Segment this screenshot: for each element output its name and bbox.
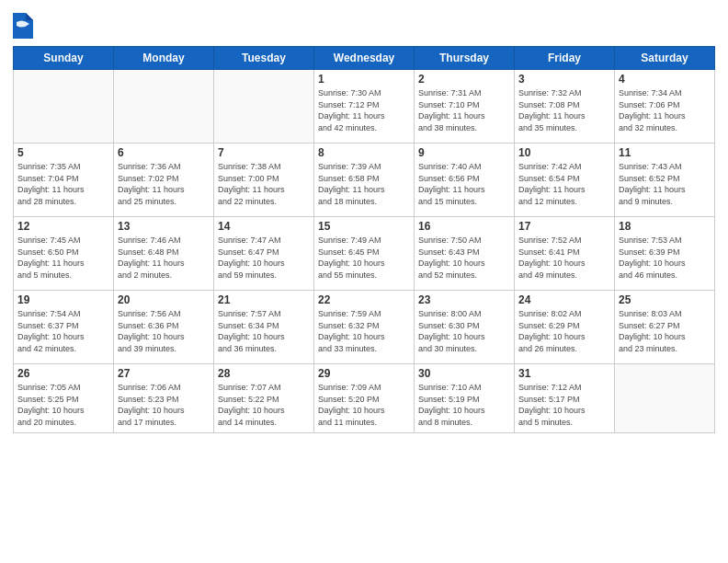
calendar-cell: 7Sunrise: 7:38 AM Sunset: 7:00 PM Daylig… [214,144,314,217]
day-number: 8 [318,146,410,159]
day-number: 24 [518,293,610,306]
calendar-header-wednesday: Wednesday [314,47,415,70]
day-number: 1 [318,73,410,86]
day-info: Sunrise: 7:47 AM Sunset: 6:47 PM Dayligh… [218,235,310,281]
day-info: Sunrise: 7:05 AM Sunset: 5:25 PM Dayligh… [17,382,109,428]
day-number: 19 [17,293,109,306]
calendar-cell: 19Sunrise: 7:54 AM Sunset: 6:37 PM Dayli… [14,291,114,364]
day-info: Sunrise: 7:40 AM Sunset: 6:56 PM Dayligh… [418,161,510,207]
day-number: 7 [218,146,310,159]
day-info: Sunrise: 7:07 AM Sunset: 5:22 PM Dayligh… [218,382,310,428]
calendar-cell: 27Sunrise: 7:06 AM Sunset: 5:23 PM Dayli… [114,364,214,433]
calendar-cell [214,70,314,144]
calendar-table: SundayMondayTuesdayWednesdayThursdayFrid… [13,46,715,433]
day-info: Sunrise: 7:57 AM Sunset: 6:34 PM Dayligh… [218,308,310,354]
day-info: Sunrise: 7:39 AM Sunset: 6:58 PM Dayligh… [318,161,410,207]
logo [13,13,35,39]
calendar-cell: 23Sunrise: 8:00 AM Sunset: 6:30 PM Dayli… [415,291,515,364]
calendar-cell: 16Sunrise: 7:50 AM Sunset: 6:43 PM Dayli… [415,217,515,291]
calendar-cell: 11Sunrise: 7:43 AM Sunset: 6:52 PM Dayli… [615,144,715,217]
calendar-cell: 21Sunrise: 7:57 AM Sunset: 6:34 PM Dayli… [214,291,314,364]
day-info: Sunrise: 7:12 AM Sunset: 5:17 PM Dayligh… [518,382,610,428]
calendar-cell: 10Sunrise: 7:42 AM Sunset: 6:54 PM Dayli… [515,144,615,217]
calendar-header-tuesday: Tuesday [214,47,314,70]
day-info: Sunrise: 7:31 AM Sunset: 7:10 PM Dayligh… [418,87,510,133]
day-number: 28 [218,367,310,380]
day-number: 12 [17,220,109,233]
calendar-header-sunday: Sunday [14,47,114,70]
day-info: Sunrise: 7:36 AM Sunset: 7:02 PM Dayligh… [118,161,210,207]
day-info: Sunrise: 7:38 AM Sunset: 7:00 PM Dayligh… [218,161,310,207]
day-number: 20 [118,293,210,306]
day-number: 11 [619,146,711,159]
day-info: Sunrise: 7:43 AM Sunset: 6:52 PM Dayligh… [619,161,711,207]
day-number: 22 [318,293,410,306]
calendar-header-friday: Friday [515,47,615,70]
day-number: 26 [17,367,109,380]
calendar-week-row-4: 26Sunrise: 7:05 AM Sunset: 5:25 PM Dayli… [14,364,715,433]
day-number: 2 [418,73,510,86]
calendar-cell: 26Sunrise: 7:05 AM Sunset: 5:25 PM Dayli… [14,364,114,433]
calendar-cell: 8Sunrise: 7:39 AM Sunset: 6:58 PM Daylig… [314,144,415,217]
calendar-header-row: SundayMondayTuesdayWednesdayThursdayFrid… [14,47,715,70]
calendar-cell [14,70,114,144]
day-number: 18 [619,220,711,233]
calendar-header-saturday: Saturday [615,47,715,70]
day-info: Sunrise: 7:59 AM Sunset: 6:32 PM Dayligh… [318,308,410,354]
day-number: 10 [518,146,610,159]
day-number: 27 [118,367,210,380]
page: SundayMondayTuesdayWednesdayThursdayFrid… [0,0,728,563]
calendar-cell: 30Sunrise: 7:10 AM Sunset: 5:19 PM Dayli… [415,364,515,433]
calendar-cell: 25Sunrise: 8:03 AM Sunset: 6:27 PM Dayli… [615,291,715,364]
day-number: 31 [518,367,610,380]
calendar-cell: 24Sunrise: 8:02 AM Sunset: 6:29 PM Dayli… [515,291,615,364]
calendar-header-thursday: Thursday [415,47,515,70]
day-number: 29 [318,367,410,380]
calendar-cell: 9Sunrise: 7:40 AM Sunset: 6:56 PM Daylig… [415,144,515,217]
day-info: Sunrise: 7:34 AM Sunset: 7:06 PM Dayligh… [619,87,711,133]
day-info: Sunrise: 8:03 AM Sunset: 6:27 PM Dayligh… [619,308,711,354]
calendar-cell: 4Sunrise: 7:34 AM Sunset: 7:06 PM Daylig… [615,70,715,144]
day-number: 15 [318,220,410,233]
day-info: Sunrise: 7:32 AM Sunset: 7:08 PM Dayligh… [518,87,610,133]
day-number: 16 [418,220,510,233]
calendar-cell: 20Sunrise: 7:56 AM Sunset: 6:36 PM Dayli… [114,291,214,364]
calendar-cell: 29Sunrise: 7:09 AM Sunset: 5:20 PM Dayli… [314,364,415,433]
day-info: Sunrise: 8:00 AM Sunset: 6:30 PM Dayligh… [418,308,510,354]
calendar-cell: 18Sunrise: 7:53 AM Sunset: 6:39 PM Dayli… [615,217,715,291]
day-info: Sunrise: 7:52 AM Sunset: 6:41 PM Dayligh… [518,235,610,281]
day-number: 25 [619,293,711,306]
calendar-header-monday: Monday [114,47,214,70]
day-number: 3 [518,73,610,86]
day-number: 6 [118,146,210,159]
day-info: Sunrise: 7:53 AM Sunset: 6:39 PM Dayligh… [619,235,711,281]
day-number: 14 [218,220,310,233]
day-info: Sunrise: 7:54 AM Sunset: 6:37 PM Dayligh… [17,308,109,354]
svg-marker-1 [26,13,33,20]
calendar-cell: 28Sunrise: 7:07 AM Sunset: 5:22 PM Dayli… [214,364,314,433]
day-info: Sunrise: 8:02 AM Sunset: 6:29 PM Dayligh… [518,308,610,354]
day-info: Sunrise: 7:06 AM Sunset: 5:23 PM Dayligh… [118,382,210,428]
calendar-cell: 1Sunrise: 7:30 AM Sunset: 7:12 PM Daylig… [314,70,415,144]
day-number: 21 [218,293,310,306]
calendar-cell: 14Sunrise: 7:47 AM Sunset: 6:47 PM Dayli… [214,217,314,291]
calendar-cell [615,364,715,433]
calendar-week-row-0: 1Sunrise: 7:30 AM Sunset: 7:12 PM Daylig… [14,70,715,144]
day-info: Sunrise: 7:45 AM Sunset: 6:50 PM Dayligh… [17,235,109,281]
day-info: Sunrise: 7:35 AM Sunset: 7:04 PM Dayligh… [17,161,109,207]
calendar-cell: 31Sunrise: 7:12 AM Sunset: 5:17 PM Dayli… [515,364,615,433]
calendar-cell: 12Sunrise: 7:45 AM Sunset: 6:50 PM Dayli… [14,217,114,291]
day-info: Sunrise: 7:10 AM Sunset: 5:19 PM Dayligh… [418,382,510,428]
day-number: 13 [118,220,210,233]
day-info: Sunrise: 7:42 AM Sunset: 6:54 PM Dayligh… [518,161,610,207]
calendar-cell [114,70,214,144]
day-number: 9 [418,146,510,159]
day-info: Sunrise: 7:49 AM Sunset: 6:45 PM Dayligh… [318,235,410,281]
day-number: 4 [619,73,711,86]
calendar-cell: 3Sunrise: 7:32 AM Sunset: 7:08 PM Daylig… [515,70,615,144]
day-number: 30 [418,367,510,380]
day-info: Sunrise: 7:30 AM Sunset: 7:12 PM Dayligh… [318,87,410,133]
calendar-week-row-2: 12Sunrise: 7:45 AM Sunset: 6:50 PM Dayli… [14,217,715,291]
header [13,9,715,39]
calendar-cell: 6Sunrise: 7:36 AM Sunset: 7:02 PM Daylig… [114,144,214,217]
